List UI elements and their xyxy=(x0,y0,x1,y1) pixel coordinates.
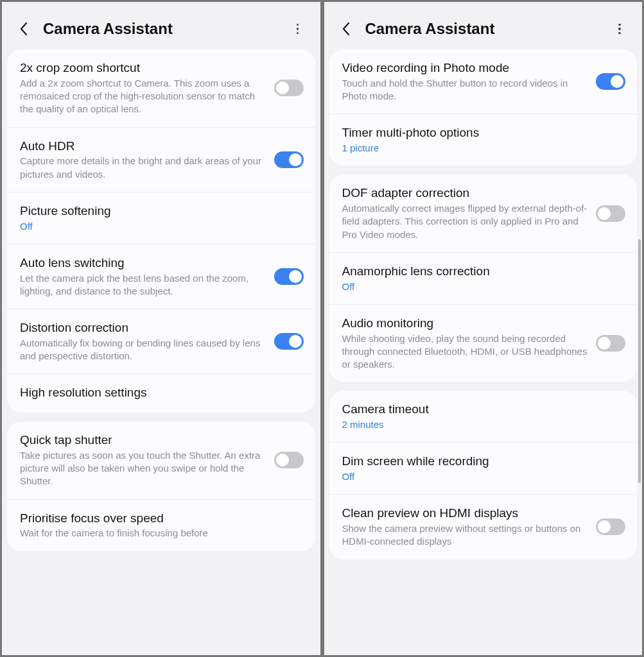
setting-row-auto-hdr[interactable]: Auto HDR Capture more details in the bri… xyxy=(7,128,315,192)
setting-row-camera-timeout[interactable]: Camera timeout 2 minutes xyxy=(329,391,638,443)
toggle-clean-preview-hdmi[interactable] xyxy=(596,518,625,535)
header: Camera Assistant xyxy=(2,2,320,49)
setting-row-high-resolution[interactable]: High resolution settings xyxy=(7,374,315,413)
setting-desc: Automatically fix bowing or bending line… xyxy=(20,337,268,363)
setting-desc: Capture more details in the bright and d… xyxy=(20,155,268,181)
settings-content: Video recording in Photo mode Touch and … xyxy=(324,49,643,655)
setting-title: Prioritise focus over speed xyxy=(20,511,297,526)
back-icon[interactable] xyxy=(16,21,31,37)
setting-title: 2x crop zoom shortcut xyxy=(20,60,268,76)
setting-value: 1 picture xyxy=(342,142,620,155)
setting-row-video-in-photo-mode[interactable]: Video recording in Photo mode Touch and … xyxy=(329,49,638,114)
setting-title: Auto HDR xyxy=(20,139,268,154)
phone-left: Camera Assistant 2x crop zoom shortcut A… xyxy=(0,0,322,657)
toggle-distortion-correction[interactable] xyxy=(274,333,304,350)
settings-group: 2x crop zoom shortcut Add a 2x zoom shor… xyxy=(7,49,315,413)
setting-value: Off xyxy=(342,470,620,483)
toggle-dof-adapter[interactable] xyxy=(596,205,625,222)
setting-row-2x-crop-zoom[interactable]: 2x crop zoom shortcut Add a 2x zoom shor… xyxy=(7,49,315,128)
setting-title: Auto lens switching xyxy=(20,255,268,271)
setting-title: Picture softening xyxy=(20,203,297,219)
setting-row-dim-screen[interactable]: Dim screen while recording Off xyxy=(329,443,638,495)
setting-title: Camera timeout xyxy=(342,402,620,417)
setting-title: Timer multi-photo options xyxy=(342,125,620,141)
back-icon[interactable] xyxy=(338,21,354,37)
settings-group: Camera timeout 2 minutes Dim screen whil… xyxy=(329,391,638,559)
settings-group: DOF adapter correction Automatically cor… xyxy=(329,175,638,382)
setting-value: Off xyxy=(342,280,620,293)
setting-row-distortion-correction[interactable]: Distortion correction Automatically fix … xyxy=(7,309,315,374)
setting-desc: Let the camera pick the best lens based … xyxy=(20,272,268,298)
setting-title: Quick tap shutter xyxy=(20,432,268,448)
setting-title: Clean preview on HDMI displays xyxy=(342,506,590,521)
setting-desc: Touch and hold the Shutter button to rec… xyxy=(342,77,590,103)
setting-desc: Take pictures as soon as you touch the S… xyxy=(20,449,268,488)
setting-row-clean-preview-hdmi[interactable]: Clean preview on HDMI displays Show the … xyxy=(329,495,638,559)
setting-desc: Wait for the camera to finish focusing b… xyxy=(20,527,297,540)
setting-row-timer-multi-photo[interactable]: Timer multi-photo options 1 picture xyxy=(329,114,638,166)
setting-desc: While shooting video, play the sound bei… xyxy=(342,332,590,371)
setting-row-dof-adapter[interactable]: DOF adapter correction Automatically cor… xyxy=(329,175,638,253)
setting-desc: Automatically correct images flipped by … xyxy=(342,202,590,241)
scroll-indicator[interactable] xyxy=(638,239,641,483)
toggle-auto-lens-switching[interactable] xyxy=(274,268,304,285)
setting-desc: Show the camera preview without settings… xyxy=(342,522,590,549)
toggle-audio-monitoring[interactable] xyxy=(596,335,625,352)
toggle-video-in-photo-mode[interactable] xyxy=(596,73,625,90)
settings-group: Video recording in Photo mode Touch and … xyxy=(329,49,638,166)
phone-right: Camera Assistant Video recording in Phot… xyxy=(322,0,645,657)
setting-row-picture-softening[interactable]: Picture softening Off xyxy=(7,192,315,244)
page-title: Camera Assistant xyxy=(365,20,614,38)
setting-row-auto-lens-switching[interactable]: Auto lens switching Let the camera pick … xyxy=(7,244,315,309)
setting-row-anamorphic-lens[interactable]: Anamorphic lens correction Off xyxy=(329,253,638,305)
page-title: Camera Assistant xyxy=(43,20,292,38)
setting-row-quick-tap-shutter[interactable]: Quick tap shutter Take pictures as soon … xyxy=(7,422,315,500)
more-icon[interactable] xyxy=(292,21,308,37)
setting-row-prioritise-focus[interactable]: Prioritise focus over speed Wait for the… xyxy=(7,500,315,551)
setting-row-audio-monitoring[interactable]: Audio monitoring While shooting video, p… xyxy=(329,305,638,382)
setting-title: Anamorphic lens correction xyxy=(342,264,620,279)
setting-desc: Add a 2x zoom shortcut to Camera. This z… xyxy=(20,77,268,116)
toggle-quick-tap-shutter[interactable] xyxy=(274,452,304,468)
setting-title: Dim screen while recording xyxy=(342,454,620,469)
settings-content: 2x crop zoom shortcut Add a 2x zoom shor… xyxy=(2,49,320,655)
more-icon[interactable] xyxy=(614,21,629,37)
setting-title: Audio monitoring xyxy=(342,316,590,331)
settings-group: Quick tap shutter Take pictures as soon … xyxy=(7,422,315,551)
setting-title: Video recording in Photo mode xyxy=(342,60,590,76)
setting-title: High resolution settings xyxy=(20,385,297,400)
setting-value: 2 minutes xyxy=(342,418,620,431)
toggle-auto-hdr[interactable] xyxy=(274,151,304,168)
toggle-2x-crop-zoom[interactable] xyxy=(274,80,304,96)
setting-title: DOF adapter correction xyxy=(342,185,590,201)
header: Camera Assistant xyxy=(324,2,643,49)
setting-value: Off xyxy=(20,220,297,233)
setting-title: Distortion correction xyxy=(20,320,268,336)
